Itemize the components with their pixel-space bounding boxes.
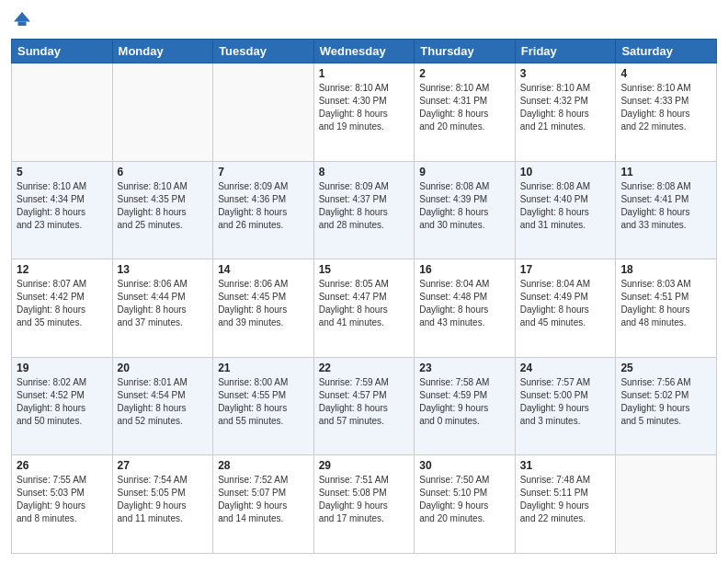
- weekday-saturday: Saturday: [616, 40, 717, 63]
- calendar-cell: 3Sunrise: 8:10 AM Sunset: 4:32 PM Daylig…: [515, 63, 616, 162]
- day-number: 13: [118, 263, 209, 276]
- day-info: Sunrise: 8:08 AM Sunset: 4:40 PM Dayligh…: [520, 180, 611, 232]
- day-number: 26: [17, 459, 108, 472]
- day-number: 25: [620, 362, 711, 374]
- day-number: 9: [419, 166, 510, 178]
- calendar-cell: 10Sunrise: 8:08 AM Sunset: 4:40 PM Dayli…: [515, 161, 616, 259]
- day-number: 31: [520, 459, 611, 472]
- day-info: Sunrise: 7:48 AM Sunset: 5:11 PM Dayligh…: [520, 474, 611, 525]
- day-number: 29: [319, 459, 410, 472]
- day-info: Sunrise: 7:58 AM Sunset: 4:59 PM Dayligh…: [419, 376, 510, 428]
- weekday-friday: Friday: [515, 40, 616, 63]
- calendar-cell: 1Sunrise: 8:10 AM Sunset: 4:30 PM Daylig…: [313, 63, 415, 162]
- header: [11, 9, 717, 31]
- day-info: Sunrise: 8:04 AM Sunset: 4:48 PM Dayligh…: [419, 278, 510, 329]
- day-number: 12: [17, 263, 108, 276]
- calendar-cell: [213, 63, 314, 162]
- day-info: Sunrise: 8:09 AM Sunset: 4:37 PM Dayligh…: [319, 180, 410, 232]
- calendar-cell: 28Sunrise: 7:52 AM Sunset: 5:07 PM Dayli…: [213, 455, 314, 554]
- day-info: Sunrise: 8:06 AM Sunset: 4:44 PM Dayligh…: [118, 278, 209, 329]
- weekday-wednesday: Wednesday: [313, 40, 415, 63]
- day-number: 2: [419, 67, 510, 80]
- day-info: Sunrise: 8:10 AM Sunset: 4:32 PM Dayligh…: [520, 82, 611, 133]
- week-row-5: 26Sunrise: 7:55 AM Sunset: 5:03 PM Dayli…: [12, 455, 717, 554]
- svg-rect-1: [18, 22, 27, 27]
- calendar-cell: [112, 63, 213, 162]
- calendar-table: SundayMondayTuesdayWednesdayThursdayFrid…: [11, 39, 717, 554]
- day-number: 3: [520, 67, 611, 80]
- day-info: Sunrise: 8:10 AM Sunset: 4:33 PM Dayligh…: [620, 82, 711, 133]
- day-number: 4: [620, 67, 711, 80]
- calendar-cell: 17Sunrise: 8:04 AM Sunset: 4:49 PM Dayli…: [515, 259, 616, 358]
- day-info: Sunrise: 7:54 AM Sunset: 5:05 PM Dayligh…: [118, 474, 209, 525]
- calendar-cell: 12Sunrise: 8:07 AM Sunset: 4:42 PM Dayli…: [12, 259, 113, 358]
- calendar-cell: 14Sunrise: 8:06 AM Sunset: 4:45 PM Dayli…: [213, 259, 314, 358]
- calendar-cell: 6Sunrise: 8:10 AM Sunset: 4:35 PM Daylig…: [112, 161, 213, 259]
- day-info: Sunrise: 7:50 AM Sunset: 5:10 PM Dayligh…: [419, 474, 510, 525]
- day-info: Sunrise: 8:07 AM Sunset: 4:42 PM Dayligh…: [17, 278, 108, 329]
- day-info: Sunrise: 8:01 AM Sunset: 4:54 PM Dayligh…: [118, 376, 209, 428]
- day-info: Sunrise: 7:57 AM Sunset: 5:00 PM Dayligh…: [520, 376, 611, 428]
- weekday-thursday: Thursday: [415, 40, 516, 63]
- day-info: Sunrise: 7:55 AM Sunset: 5:03 PM Dayligh…: [17, 474, 108, 525]
- calendar-cell: 5Sunrise: 8:10 AM Sunset: 4:34 PM Daylig…: [12, 161, 113, 259]
- day-number: 16: [419, 263, 510, 276]
- calendar-cell: 16Sunrise: 8:04 AM Sunset: 4:48 PM Dayli…: [415, 259, 516, 358]
- day-number: 30: [419, 459, 510, 472]
- calendar-cell: 21Sunrise: 8:00 AM Sunset: 4:55 PM Dayli…: [213, 357, 314, 455]
- calendar-cell: 23Sunrise: 7:58 AM Sunset: 4:59 PM Dayli…: [415, 357, 516, 455]
- day-info: Sunrise: 8:10 AM Sunset: 4:31 PM Dayligh…: [419, 82, 510, 133]
- calendar-cell: [12, 63, 113, 162]
- day-number: 8: [319, 166, 410, 178]
- day-number: 1: [319, 67, 410, 80]
- calendar-cell: 22Sunrise: 7:59 AM Sunset: 4:57 PM Dayli…: [313, 357, 415, 455]
- day-number: 22: [319, 362, 410, 374]
- calendar-cell: 18Sunrise: 8:03 AM Sunset: 4:51 PM Dayli…: [616, 259, 717, 358]
- day-number: 28: [218, 459, 309, 472]
- day-info: Sunrise: 8:08 AM Sunset: 4:41 PM Dayligh…: [620, 180, 711, 232]
- day-info: Sunrise: 8:09 AM Sunset: 4:36 PM Dayligh…: [218, 180, 309, 232]
- week-row-4: 19Sunrise: 8:02 AM Sunset: 4:52 PM Dayli…: [12, 357, 717, 455]
- day-number: 6: [118, 166, 209, 178]
- calendar-cell: 4Sunrise: 8:10 AM Sunset: 4:33 PM Daylig…: [616, 63, 717, 162]
- week-row-1: 1Sunrise: 8:10 AM Sunset: 4:30 PM Daylig…: [12, 63, 717, 162]
- calendar-cell: 27Sunrise: 7:54 AM Sunset: 5:05 PM Dayli…: [112, 455, 213, 554]
- weekday-monday: Monday: [112, 40, 213, 63]
- day-info: Sunrise: 8:02 AM Sunset: 4:52 PM Dayligh…: [17, 376, 108, 428]
- day-info: Sunrise: 8:04 AM Sunset: 4:49 PM Dayligh…: [520, 278, 611, 329]
- day-info: Sunrise: 8:03 AM Sunset: 4:51 PM Dayligh…: [620, 278, 711, 329]
- day-number: 27: [118, 459, 209, 472]
- logo: [11, 9, 37, 31]
- calendar-cell: 20Sunrise: 8:01 AM Sunset: 4:54 PM Dayli…: [112, 357, 213, 455]
- calendar-cell: [616, 455, 717, 554]
- day-number: 19: [17, 362, 108, 374]
- day-info: Sunrise: 7:51 AM Sunset: 5:08 PM Dayligh…: [319, 474, 410, 525]
- calendar-cell: 15Sunrise: 8:05 AM Sunset: 4:47 PM Dayli…: [313, 259, 415, 358]
- day-number: 17: [520, 263, 611, 276]
- calendar-cell: 13Sunrise: 8:06 AM Sunset: 4:44 PM Dayli…: [112, 259, 213, 358]
- weekday-header-row: SundayMondayTuesdayWednesdayThursdayFrid…: [12, 40, 717, 63]
- day-info: Sunrise: 8:00 AM Sunset: 4:55 PM Dayligh…: [218, 376, 309, 428]
- week-row-2: 5Sunrise: 8:10 AM Sunset: 4:34 PM Daylig…: [12, 161, 717, 259]
- day-number: 23: [419, 362, 510, 374]
- calendar-cell: 11Sunrise: 8:08 AM Sunset: 4:41 PM Dayli…: [616, 161, 717, 259]
- day-number: 7: [218, 166, 309, 178]
- day-number: 11: [620, 166, 711, 178]
- calendar-cell: 31Sunrise: 7:48 AM Sunset: 5:11 PM Dayli…: [515, 455, 616, 554]
- calendar-cell: 30Sunrise: 7:50 AM Sunset: 5:10 PM Dayli…: [415, 455, 516, 554]
- day-info: Sunrise: 8:08 AM Sunset: 4:39 PM Dayligh…: [419, 180, 510, 232]
- day-number: 21: [218, 362, 309, 374]
- day-info: Sunrise: 8:10 AM Sunset: 4:30 PM Dayligh…: [319, 82, 410, 133]
- calendar-cell: 7Sunrise: 8:09 AM Sunset: 4:36 PM Daylig…: [213, 161, 314, 259]
- day-info: Sunrise: 8:10 AM Sunset: 4:35 PM Dayligh…: [118, 180, 209, 232]
- day-number: 10: [520, 166, 611, 178]
- calendar-cell: 25Sunrise: 7:56 AM Sunset: 5:02 PM Dayli…: [616, 357, 717, 455]
- day-number: 5: [17, 166, 108, 178]
- day-number: 18: [620, 263, 711, 276]
- calendar-cell: 26Sunrise: 7:55 AM Sunset: 5:03 PM Dayli…: [12, 455, 113, 554]
- page: SundayMondayTuesdayWednesdayThursdayFrid…: [0, 0, 728, 563]
- svg-marker-0: [14, 12, 30, 22]
- logo-icon: [11, 9, 33, 31]
- day-number: 14: [218, 263, 309, 276]
- calendar-cell: 9Sunrise: 8:08 AM Sunset: 4:39 PM Daylig…: [415, 161, 516, 259]
